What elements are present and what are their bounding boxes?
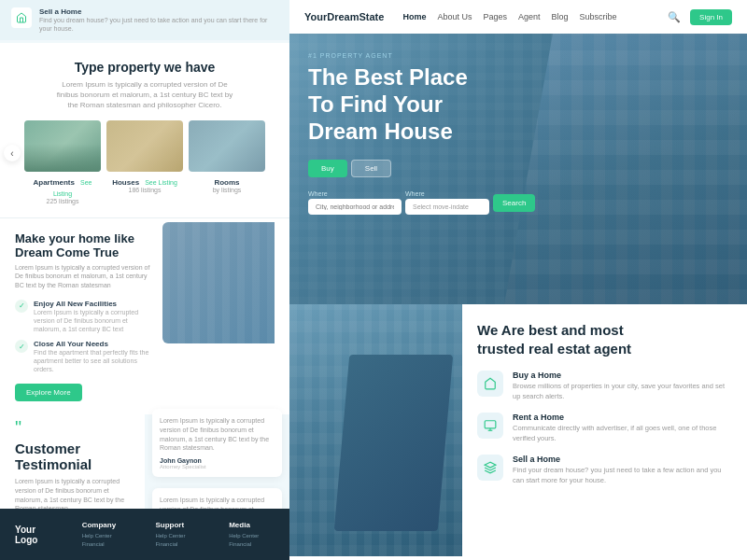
testimonial-title: Customer Testimonial [15,441,130,472]
apartments-count: 225 listings [24,198,101,204]
apartments-label: Apartments See Listing [24,175,101,198]
dream-building-image [162,222,275,343]
bottom-content: We Are best and most trusted real estat … [462,304,747,560]
rooms-count: by listings [189,187,265,193]
footer-col-support: Support Help Center Financial [155,521,201,548]
nav-link-home[interactable]: Home [402,12,426,21]
property-card-apartments[interactable]: Apartments See Listing 225 listings [24,120,101,204]
dream-title: Make your home like Dream Come True [15,231,153,259]
search-icon[interactable]: 🔍 [668,11,681,23]
service-buy: Buy a Home Browse millions of properties… [477,371,732,401]
feature-check-2: ✓ [15,340,28,353]
dream-desc: Lorem Ipsum is typically a corrupted ver… [15,263,153,290]
feature-text-2: Close All Your Needs Find the apartment … [34,340,153,373]
houses-label: Houses See Listing [106,175,183,187]
nav-link-agent[interactable]: Agent [518,12,541,21]
sell-top-text: Sell a Home Find you dream house? you ju… [39,7,278,33]
left-panel: Sell a Home Find you dream house? you ju… [0,0,289,560]
nav-logo: YourDreamState [304,11,384,22]
sell-top-title: Sell a Home [39,7,278,16]
search-button[interactable]: Search [493,194,535,212]
sell-button[interactable]: Sell [351,160,391,177]
nav-link-pages[interactable]: Pages [483,12,507,21]
testimonial-card-1: Lorem Ipsum is typically a corrupted ver… [152,409,282,477]
dream-section: Make your home like Dream Come True Lore… [0,218,289,414]
apartments-image [24,120,101,172]
explore-btn[interactable]: Explore More [15,384,82,401]
page-container: Sell a Home Find you dream house? you ju… [0,0,747,560]
carousel-prev-arrow[interactable]: ‹ [4,145,21,161]
search-when-group: Where Select move-indate [405,190,489,215]
rooms-label: Rooms [189,175,265,187]
service-sell: Sell a Home Find your dream house? you j… [477,455,732,485]
nav-link-blog[interactable]: Blog [552,12,569,21]
property-card-houses[interactable]: Houses See Listing 186 listings [106,120,183,204]
testimonial-cards: Lorem Ipsum is typically a corrupted ver… [145,401,289,509]
search-where-label: Where [308,190,402,197]
search-bar: Where Where Select move-indate Search [308,190,495,215]
nav-links: Home About Us Pages Agent Blog Subscribe [402,12,668,21]
svg-rect-0 [485,421,496,428]
property-section-desc: Lorem Ipsum is typically a corrupted ver… [51,79,238,111]
property-grid: Apartments See Listing 225 listings Hous… [15,120,275,204]
nav-right: 🔍 Sign In [668,9,732,25]
rent-home-icon [477,413,503,439]
hero-section: #1 PROPERTY AGENT The Best Place To Find… [289,34,747,304]
feature-item-1: ✓ Enjoy All New Facilities Lorem Ipsum i… [15,300,153,333]
right-panel: YourDreamState Home About Us Pages Agent… [289,0,747,560]
nav-link-subscribe[interactable]: Subscribe [580,12,617,21]
service-buy-text: Buy a Home Browse millions of properties… [513,371,732,401]
features-list: ✓ Enjoy All New Facilities Lorem Ipsum i… [15,300,153,374]
buy-button[interactable]: Buy [308,160,347,177]
quote-icon: " [15,418,130,437]
property-section-title: Type property we have [15,60,275,75]
sell-top-desc: Find you dream house? you just need to t… [39,16,278,33]
sell-home-icon [11,7,32,28]
signin-button[interactable]: Sign In [690,9,732,25]
sell-top-bar: Sell a Home Find you dream house? you ju… [0,0,289,40]
hero-buttons: Buy Sell [308,160,495,177]
search-where-input[interactable] [308,199,402,215]
rooms-image [189,120,265,172]
navbar: YourDreamState Home About Us Pages Agent… [289,0,747,34]
feature-check-1: ✓ [15,300,28,313]
sell-home-icon-bottom [477,455,503,481]
property-type-section: Type property we have Lorem Ipsum is typ… [0,43,289,218]
bottom-heading: We Are best and most trusted real estat … [477,321,732,357]
buy-home-icon [477,371,503,397]
feature-text-1: Enjoy All New Facilities Lorem Ipsum is … [34,300,153,333]
search-when-select[interactable]: Select move-indate [405,199,489,215]
hero-tag: #1 PROPERTY AGENT [308,52,495,59]
hero-content: #1 PROPERTY AGENT The Best Place To Find… [308,52,495,215]
houses-image [106,120,183,172]
testimonial-card-2: Lorem Ipsum is typically a corrupted ver… [152,488,282,509]
feature-item-2: ✓ Close All Your Needs Find the apartmen… [15,340,153,373]
service-sell-text: Sell a Home Find your dream house? you j… [513,455,732,485]
service-rent-text: Rent a Home Communicate directly with ad… [513,413,732,443]
property-card-rooms[interactable]: Rooms by listings [189,120,265,204]
footer-section: Your Logo Company Help Center Financial … [0,509,289,560]
footer-logo: Your Logo [15,525,54,545]
footer-col-media: Media Help Center Financial [229,521,275,548]
footer-col-company: Company Help Center Financial [82,521,128,548]
search-where-group: Where [308,190,402,215]
bottom-section: We Are best and most trusted real estat … [289,304,747,560]
houses-count: 186 listings [106,187,183,193]
service-rent: Rent a Home Communicate directly with ad… [477,413,732,443]
testimonial-section: " Customer Testimonial Lorem Ipsum is ty… [0,407,145,509]
testimonial-desc: Lorem Ipsum is typically a corrupted ver… [15,477,130,509]
nav-link-about[interactable]: About Us [437,12,472,21]
hero-title: The Best Place To Find Your Dream House [308,64,495,145]
search-when-label: Where [405,190,489,197]
bottom-building-image [289,304,462,556]
